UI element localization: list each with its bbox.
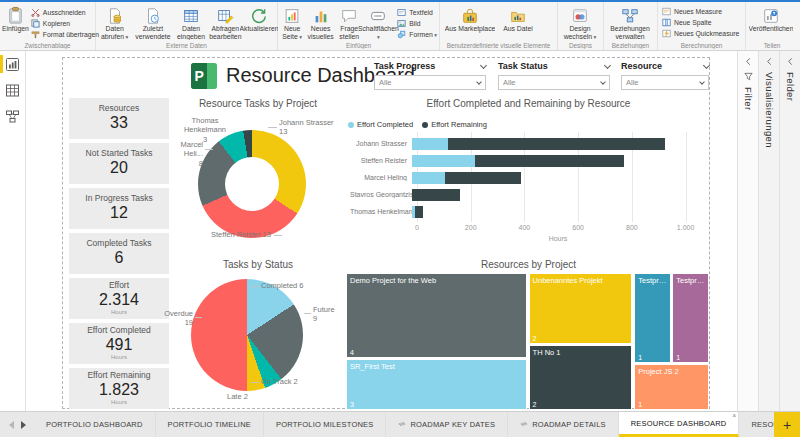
kpi-card[interactable]: Completed Tasks6 (69, 233, 169, 274)
bar[interactable] (412, 155, 699, 167)
tab-portfolio-dashboard[interactable]: PORTFOLIO DASHBOARD (34, 412, 156, 437)
visual-title: Tasks by Status (173, 259, 343, 270)
treemap-tile[interactable]: Unbenanntes Projekt2 (529, 273, 633, 344)
treemap-tile[interactable]: Demo Project for the Web4 (346, 273, 527, 358)
report-page[interactable]: P Resource Dashboard Task ProgressAlleTa… (62, 57, 710, 409)
donut-data-label: Marcel Heli...8 (169, 140, 203, 168)
new-visual-button[interactable]: Neues visuelles Element (304, 4, 337, 41)
bar-segment (412, 189, 460, 201)
edit-queries-button[interactable]: Abfragen bearbeiten (208, 4, 243, 41)
new-quickmeasure-button[interactable]: Neues Quickmeasure (662, 29, 739, 38)
table-icon (182, 6, 200, 25)
data-view-button[interactable] (0, 77, 25, 103)
label-text: Johann Strasser (279, 118, 334, 127)
donut-ring[interactable] (198, 130, 306, 238)
bar[interactable] (412, 172, 699, 184)
stacked-bar-chart[interactable]: Effort Completed and Remaining by Resour… (346, 98, 711, 256)
format-painter-button[interactable]: Format übertragen (31, 30, 99, 39)
tab-portfolio-milestones[interactable]: PORTFOLIO MILESTONES (264, 412, 387, 437)
bar[interactable] (412, 189, 699, 201)
treemap-chart[interactable]: Resources by Project Demo Project for th… (346, 259, 711, 410)
kpi-label: Effort Remaining (87, 371, 150, 381)
slicer-value: Alle (379, 78, 392, 87)
slicer-header[interactable]: Task Status (498, 60, 610, 72)
new-column-icon (662, 18, 671, 27)
kpi-card[interactable]: Resources33 (69, 98, 169, 139)
treemap-tile[interactable]: Project JS 21 (634, 364, 709, 410)
from-file-button[interactable]: Aus Datei (498, 4, 538, 33)
fields-panel-collapsed[interactable]: Felder (779, 51, 800, 411)
treemap-tile[interactable]: Testprojekt...1 (672, 273, 709, 363)
slicer-dropdown[interactable]: Alle (498, 75, 610, 90)
slicer-header[interactable]: Task Progress (374, 60, 486, 72)
axis-tick-label: 0 (415, 224, 419, 231)
previous-page-icon[interactable] (9, 421, 14, 429)
refresh-button[interactable]: Aktualisieren (243, 4, 275, 33)
bar[interactable] (412, 206, 699, 218)
kpi-card[interactable]: In Progress Tasks12 (69, 188, 169, 229)
slicer-dropdown[interactable]: Alle (621, 75, 709, 90)
new-measure-button[interactable]: Neues Measure (662, 7, 739, 16)
treemap-tile[interactable]: Testprojekt...1 (634, 273, 670, 363)
manage-relationships-button[interactable]: Beziehungen verwalten (606, 4, 654, 40)
get-data-button[interactable]: Daten abrufen (98, 4, 131, 40)
model-view-icon (5, 109, 20, 124)
new-page-button[interactable]: Neue Seite (280, 4, 304, 40)
bar-row: Johann Strasser (350, 135, 699, 152)
tab-portfolio-timeline[interactable]: PORTFOLIO TIMELINE (156, 412, 264, 437)
slicer-dropdown[interactable]: Alle (374, 75, 486, 90)
kpi-unit: Hours (111, 309, 127, 316)
buttons-button[interactable]: Schaltflächen (361, 4, 395, 40)
copy-icon (31, 19, 40, 28)
kpi-card[interactable]: Effort2.314Hours (69, 278, 169, 319)
new-column-button[interactable]: Neue Spalte (662, 18, 739, 27)
bar-segment (412, 172, 445, 184)
pie-chart[interactable]: Tasks by Status Completed 6Future9On Tra… (173, 259, 343, 410)
donut-chart[interactable]: Resource Tasks by Project Johann Strasse… (173, 98, 343, 256)
kpi-label: In Progress Tasks (85, 194, 152, 204)
cut-button[interactable]: Ausschneiden (31, 8, 99, 17)
ribbon-group-insert: Neue Seite Neues visuelles Element Frage… (278, 2, 440, 50)
model-view-button[interactable] (0, 103, 25, 129)
pie-circle[interactable] (191, 279, 303, 391)
kpi-card[interactable]: Effort Completed491Hours (69, 323, 169, 364)
visualizations-panel-collapsed[interactable]: Visualisierungen (758, 51, 779, 411)
label-value: 6 (297, 281, 303, 290)
kpi-card[interactable]: Effort Remaining1.823Hours (69, 368, 169, 409)
page-tab-bar: PORTFOLIO DASHBOARDPORTFOLIO TIMELINEPOR… (0, 411, 800, 437)
bar[interactable] (412, 138, 699, 150)
paste-button[interactable]: Einfügen (2, 4, 29, 33)
image-icon (397, 19, 406, 28)
ribbon-group-custom-visuals: Aus Marketplace Aus Datei Benutzerdefini… (440, 2, 558, 50)
textbox-button[interactable]: Textfeld (397, 8, 437, 17)
filter-panel-collapsed[interactable]: Filter (737, 51, 758, 411)
visual-title: Resource Tasks by Project (173, 98, 343, 109)
treemap-tile[interactable]: SR_First Test3 (346, 359, 527, 410)
kpi-value: 491 (106, 336, 133, 354)
visualizations-panel-label: Visualisierungen (764, 72, 775, 148)
legend-item: Effort Completed (348, 120, 413, 129)
powerbi-desktop-window: Einfügen Ausschneiden Kopieren Format üb… (0, 0, 800, 437)
tab-roadmap-details[interactable]: ROADMAP DETAILS (508, 412, 619, 437)
kpi-card[interactable]: Not Started Tasks20 (69, 143, 169, 184)
copy-button[interactable]: Kopieren (31, 19, 99, 28)
from-marketplace-button[interactable]: Aus Marketplace (442, 4, 498, 33)
tab-resource-dashboard[interactable]: RESOURCE DASHBOARD× (619, 412, 740, 437)
textbox-icon (397, 8, 406, 17)
close-page-icon[interactable]: × (732, 412, 736, 419)
slicer-value: Alle (626, 78, 639, 87)
add-page-button[interactable]: + (774, 412, 800, 437)
tab-label: PORTFOLIO DASHBOARD (46, 420, 143, 429)
report-view-button[interactable] (0, 51, 25, 77)
image-button[interactable]: Bild (397, 19, 437, 28)
slicer-header[interactable]: Resource (621, 60, 709, 72)
switch-theme-button[interactable]: Design wechseln (560, 4, 600, 40)
treemap-tile[interactable]: TH No 12 (529, 345, 633, 410)
recent-sources-button[interactable]: Zuletzt verwendete Quellen (131, 4, 174, 41)
shapes-button[interactable]: Formen (397, 30, 437, 39)
next-page-icon[interactable] (21, 421, 26, 429)
category-label: Johann Strasser (350, 140, 412, 147)
tab-roadmap-key-dates[interactable]: ROADMAP KEY DATES (386, 412, 508, 437)
enter-data-button[interactable]: Daten eingeben (174, 4, 207, 40)
publish-button[interactable]: Veröffentlichen (748, 4, 794, 33)
